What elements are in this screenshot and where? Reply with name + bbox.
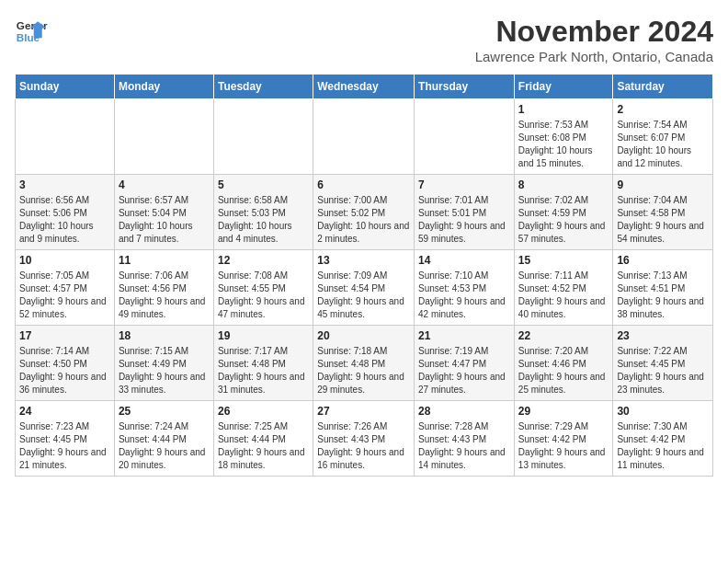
calendar-cell: 22Sunrise: 7:20 AM Sunset: 4:46 PM Dayli… [514,326,613,401]
day-number: 7 [418,178,510,191]
calendar-cell [415,99,515,175]
day-info: Sunrise: 7:01 AM Sunset: 5:01 PM Dayligh… [418,194,510,246]
calendar-cell: 3Sunrise: 6:56 AM Sunset: 5:06 PM Daylig… [16,175,115,250]
calendar-cell: 10Sunrise: 7:05 AM Sunset: 4:57 PM Dayli… [16,250,115,326]
calendar-subtitle: Lawrence Park North, Ontario, Canada [475,49,713,64]
day-info: Sunrise: 7:23 AM Sunset: 4:45 PM Dayligh… [19,420,110,472]
day-number: 29 [518,405,609,418]
day-number: 22 [518,329,609,342]
calendar-cell: 1Sunrise: 7:53 AM Sunset: 6:08 PM Daylig… [514,99,613,175]
calendar-cell [313,99,415,175]
day-info: Sunrise: 7:05 AM Sunset: 4:57 PM Dayligh… [19,270,110,321]
day-number: 25 [119,405,210,418]
day-info: Sunrise: 7:15 AM Sunset: 4:49 PM Dayligh… [119,345,210,396]
day-number: 10 [19,254,110,267]
day-number: 5 [218,178,309,191]
calendar-cell: 23Sunrise: 7:22 AM Sunset: 4:45 PM Dayli… [613,326,713,401]
day-number: 13 [317,254,410,267]
calendar-cell [114,99,213,175]
weekday-header-saturday: Saturday [613,75,713,99]
day-number: 14 [418,254,510,267]
day-number: 19 [218,329,309,342]
day-number: 3 [19,178,110,191]
day-info: Sunrise: 7:54 AM Sunset: 6:07 PM Dayligh… [617,119,709,170]
week-row-2: 3Sunrise: 6:56 AM Sunset: 5:06 PM Daylig… [16,175,713,250]
day-info: Sunrise: 7:04 AM Sunset: 4:58 PM Dayligh… [617,194,709,246]
weekday-header-friday: Friday [514,75,613,99]
day-info: Sunrise: 7:29 AM Sunset: 4:42 PM Dayligh… [518,420,609,472]
day-number: 20 [317,329,410,342]
day-number: 16 [617,254,709,267]
day-number: 27 [317,405,410,418]
weekday-header-wednesday: Wednesday [313,75,415,99]
week-row-3: 10Sunrise: 7:05 AM Sunset: 4:57 PM Dayli… [16,250,713,326]
day-number: 30 [617,405,709,418]
calendar-cell: 24Sunrise: 7:23 AM Sunset: 4:45 PM Dayli… [16,401,115,477]
day-info: Sunrise: 7:08 AM Sunset: 4:55 PM Dayligh… [218,270,309,321]
calendar-cell: 20Sunrise: 7:18 AM Sunset: 4:48 PM Dayli… [313,326,415,401]
day-number: 9 [617,178,709,191]
calendar-cell: 4Sunrise: 6:57 AM Sunset: 5:04 PM Daylig… [114,175,213,250]
weekday-header-sunday: Sunday [16,75,115,99]
logo: General Blue [15,15,48,48]
svg-text:General: General [17,19,48,31]
day-info: Sunrise: 7:18 AM Sunset: 4:48 PM Dayligh… [317,345,410,396]
day-info: Sunrise: 6:58 AM Sunset: 5:03 PM Dayligh… [218,194,309,246]
title-section: November 2024 Lawrence Park North, Ontar… [475,15,713,64]
calendar-cell: 30Sunrise: 7:30 AM Sunset: 4:42 PM Dayli… [613,401,713,477]
calendar-title: November 2024 [475,15,713,49]
calendar-cell: 26Sunrise: 7:25 AM Sunset: 4:44 PM Dayli… [213,401,313,477]
day-info: Sunrise: 7:17 AM Sunset: 4:48 PM Dayligh… [218,345,309,396]
day-info: Sunrise: 7:25 AM Sunset: 4:44 PM Dayligh… [218,420,309,472]
day-number: 17 [19,329,110,342]
calendar-cell: 18Sunrise: 7:15 AM Sunset: 4:49 PM Dayli… [114,326,213,401]
weekday-header-row: SundayMondayTuesdayWednesdayThursdayFrid… [16,75,713,99]
calendar-cell: 17Sunrise: 7:14 AM Sunset: 4:50 PM Dayli… [16,326,115,401]
calendar-cell: 9Sunrise: 7:04 AM Sunset: 4:58 PM Daylig… [613,175,713,250]
calendar-cell: 13Sunrise: 7:09 AM Sunset: 4:54 PM Dayli… [313,250,415,326]
day-info: Sunrise: 6:57 AM Sunset: 5:04 PM Dayligh… [119,194,210,246]
day-info: Sunrise: 7:10 AM Sunset: 4:53 PM Dayligh… [418,270,510,321]
day-info: Sunrise: 7:06 AM Sunset: 4:56 PM Dayligh… [119,270,210,321]
calendar-cell: 5Sunrise: 6:58 AM Sunset: 5:03 PM Daylig… [213,175,313,250]
weekday-header-tuesday: Tuesday [213,75,313,99]
day-number: 4 [119,178,210,191]
day-info: Sunrise: 7:14 AM Sunset: 4:50 PM Dayligh… [19,345,110,396]
calendar-cell: 8Sunrise: 7:02 AM Sunset: 4:59 PM Daylig… [514,175,613,250]
day-info: Sunrise: 7:09 AM Sunset: 4:54 PM Dayligh… [317,270,410,321]
calendar-cell [16,99,115,175]
calendar-cell: 29Sunrise: 7:29 AM Sunset: 4:42 PM Dayli… [514,401,613,477]
day-info: Sunrise: 7:00 AM Sunset: 5:02 PM Dayligh… [317,194,410,246]
day-info: Sunrise: 7:28 AM Sunset: 4:43 PM Dayligh… [418,420,510,472]
weekday-header-monday: Monday [114,75,213,99]
calendar-cell: 15Sunrise: 7:11 AM Sunset: 4:52 PM Dayli… [514,250,613,326]
day-info: Sunrise: 7:19 AM Sunset: 4:47 PM Dayligh… [418,345,510,396]
day-number: 11 [119,254,210,267]
calendar-cell: 21Sunrise: 7:19 AM Sunset: 4:47 PM Dayli… [415,326,515,401]
day-number: 1 [518,103,609,116]
day-info: Sunrise: 7:02 AM Sunset: 4:59 PM Dayligh… [518,194,609,246]
page-header: General Blue November 2024 Lawrence Park… [15,15,713,64]
day-info: Sunrise: 7:24 AM Sunset: 4:44 PM Dayligh… [119,420,210,472]
calendar-cell: 27Sunrise: 7:26 AM Sunset: 4:43 PM Dayli… [313,401,415,477]
day-number: 2 [617,103,709,116]
day-info: Sunrise: 7:11 AM Sunset: 4:52 PM Dayligh… [518,270,609,321]
calendar-cell [213,99,313,175]
calendar-cell: 7Sunrise: 7:01 AM Sunset: 5:01 PM Daylig… [415,175,515,250]
day-info: Sunrise: 7:26 AM Sunset: 4:43 PM Dayligh… [317,420,410,472]
calendar-cell: 6Sunrise: 7:00 AM Sunset: 5:02 PM Daylig… [313,175,415,250]
day-number: 15 [518,254,609,267]
week-row-5: 24Sunrise: 7:23 AM Sunset: 4:45 PM Dayli… [16,401,713,477]
calendar-cell: 16Sunrise: 7:13 AM Sunset: 4:51 PM Dayli… [613,250,713,326]
day-info: Sunrise: 7:20 AM Sunset: 4:46 PM Dayligh… [518,345,609,396]
week-row-4: 17Sunrise: 7:14 AM Sunset: 4:50 PM Dayli… [16,326,713,401]
day-info: Sunrise: 6:56 AM Sunset: 5:06 PM Dayligh… [19,194,110,246]
day-info: Sunrise: 7:13 AM Sunset: 4:51 PM Dayligh… [617,270,709,321]
day-number: 12 [218,254,309,267]
calendar-cell: 19Sunrise: 7:17 AM Sunset: 4:48 PM Dayli… [213,326,313,401]
day-number: 24 [19,405,110,418]
day-number: 23 [617,329,709,342]
day-info: Sunrise: 7:30 AM Sunset: 4:42 PM Dayligh… [617,420,709,472]
calendar-cell: 12Sunrise: 7:08 AM Sunset: 4:55 PM Dayli… [213,250,313,326]
day-number: 18 [119,329,210,342]
